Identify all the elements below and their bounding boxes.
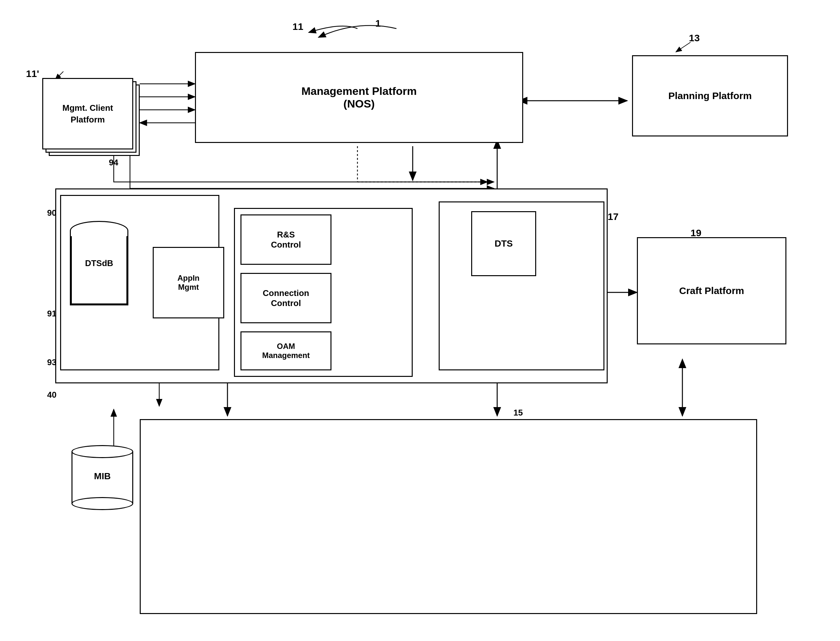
- diagram: 1 11' 11 13 17 19 90 91 92 93 94 95 12 1…: [0, 0, 840, 641]
- dts-nscm-box: DTS: [471, 211, 536, 276]
- oam-mgmt-label: OAM Management: [262, 342, 310, 360]
- ref-19-label: 19: [690, 227, 701, 238]
- planning-platform-label: Planning Platform: [668, 90, 752, 101]
- mgmt-client-label: Mgmt. Client Platform: [62, 102, 113, 126]
- ref-13-label: 13: [689, 32, 700, 43]
- connection-control-box: Connection Control: [240, 273, 331, 323]
- ref-40-label: 40: [47, 390, 56, 400]
- craft-platform-label: Craft Platform: [679, 285, 744, 296]
- ref-11prime-label: 11': [26, 68, 39, 79]
- connection-control-label: Connection Control: [263, 288, 310, 308]
- ref-94-label: 94: [109, 158, 118, 167]
- appln-mgmt-label: AppIn Mgmt: [177, 274, 200, 292]
- mgmt-client-box-front: Mgmt. Client Platform: [42, 78, 133, 150]
- ref-15-label: 15: [513, 408, 523, 418]
- appln-mgmt-box: AppIn Mgmt: [153, 247, 224, 318]
- rs-control-label: R&S Control: [271, 230, 301, 250]
- ref-1-label: 1: [375, 18, 381, 29]
- ref-17-label: 17: [608, 211, 618, 222]
- dtsdb-box: DTSdB: [70, 221, 128, 305]
- management-platform-box: Management Platform (NOS): [195, 52, 523, 143]
- management-platform-label: Management Platform (NOS): [301, 85, 417, 110]
- craft-platform-box: Craft Platform: [637, 237, 787, 345]
- mib-label: MIB: [71, 471, 133, 482]
- dts-nscm-label: DTS: [495, 238, 513, 249]
- planning-platform-box: Planning Platform: [632, 55, 788, 137]
- ref-11-label: 11: [292, 21, 303, 32]
- dtsdb-label: DTSdB: [85, 258, 113, 268]
- oam-mgmt-box: OAM Management: [240, 332, 331, 370]
- ep-cp-container: [140, 419, 757, 614]
- rs-control-box: R&S Control: [240, 214, 331, 265]
